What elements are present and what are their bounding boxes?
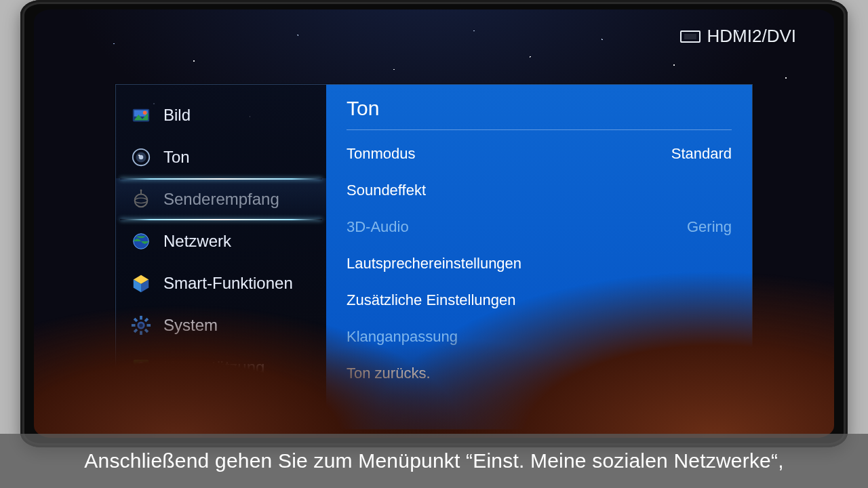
- svg-rect-18: [144, 318, 149, 323]
- sidebar-item-label: Unterstützung: [163, 358, 264, 377]
- sidebar-item-system[interactable]: System: [116, 304, 326, 346]
- panel-title: Ton: [347, 97, 732, 130]
- row-lautsprechereinstellungen[interactable]: Lautsprechereinstellungen: [347, 245, 732, 282]
- svg-rect-17: [146, 324, 151, 327]
- tv-frame: HDMI2/DVI Bild Ton: [20, 0, 848, 447]
- subtitle-bar: Anschließend gehen Sie zum Menüpunkt “Ei…: [0, 434, 868, 488]
- sidebar-item-smart-funktionen[interactable]: Smart-Funktionen: [116, 262, 326, 304]
- svg-rect-14: [140, 316, 142, 320]
- sidebar-item-label: Senderempfang: [163, 190, 279, 209]
- subtitle-text: Anschließend gehen Sie zum Menüpunkt “Ei…: [84, 449, 783, 472]
- settings-panel: Ton Tonmodus Standard Soundeffekt 3D-Aud…: [326, 85, 752, 429]
- row-zusaetzliche-einstellungen[interactable]: Zusätzliche Einstellungen: [347, 282, 732, 319]
- sidebar-item-bild[interactable]: Bild: [116, 94, 326, 136]
- picture-icon: [130, 104, 153, 127]
- row-label: Lautsprechereinstellungen: [347, 255, 521, 272]
- globe-icon: [130, 230, 153, 253]
- row-3d-audio: 3D-Audio Gering: [347, 209, 732, 245]
- svg-point-2: [143, 110, 147, 115]
- antenna-icon: [130, 188, 153, 211]
- tv-screen: HDMI2/DVI Bild Ton: [34, 9, 834, 438]
- svg-rect-15: [140, 331, 142, 335]
- input-source-badge: HDMI2/DVI: [680, 26, 796, 47]
- sidebar-item-senderempfang[interactable]: Senderempfang: [116, 178, 326, 220]
- svg-text:?: ?: [138, 360, 144, 370]
- row-label: Soundeffekt: [347, 182, 426, 199]
- sidebar-item-label: System: [163, 316, 218, 335]
- sidebar-item-label: Smart-Funktionen: [163, 274, 293, 293]
- row-label: Ton zurücks.: [347, 365, 431, 382]
- settings-overlay: Bild Ton Senderempfang: [115, 84, 753, 430]
- svg-rect-19: [134, 329, 138, 333]
- row-label: 3D-Audio: [347, 218, 409, 236]
- cube-icon: [130, 272, 153, 295]
- sidebar-item-label: Netzwerk: [163, 232, 231, 251]
- settings-sidebar: Bild Ton Senderempfang: [116, 85, 326, 429]
- row-tonmodus[interactable]: Tonmodus Standard: [347, 136, 732, 172]
- gear-icon: [130, 314, 153, 337]
- svg-point-10: [140, 189, 142, 191]
- row-label: Zusätzliche Einstellungen: [347, 291, 515, 309]
- help-icon: ?: [130, 356, 153, 379]
- row-klanganpassung: Klanganpassung: [347, 319, 732, 355]
- svg-point-7: [135, 195, 148, 207]
- sidebar-item-label: Ton: [163, 148, 190, 167]
- sidebar-item-unterstuetzung[interactable]: ? Unterstützung: [116, 346, 326, 388]
- svg-rect-21: [144, 329, 149, 333]
- svg-point-8: [135, 198, 148, 203]
- sidebar-item-ton[interactable]: Ton: [116, 136, 326, 178]
- row-value: Standard: [671, 145, 732, 163]
- hdmi-port-icon: [680, 30, 701, 43]
- row-label: Klanganpassung: [347, 328, 458, 346]
- svg-point-22: [139, 323, 143, 327]
- sidebar-item-netzwerk[interactable]: Netzwerk: [116, 220, 326, 262]
- svg-rect-20: [134, 318, 138, 323]
- speaker-icon: [130, 146, 153, 169]
- svg-rect-16: [132, 324, 136, 327]
- svg-point-6: [138, 155, 140, 156]
- row-value: Gering: [687, 218, 732, 236]
- input-source-label: HDMI2/DVI: [707, 26, 796, 47]
- sidebar-item-label: Bild: [163, 106, 191, 125]
- row-soundeffekt[interactable]: Soundeffekt: [347, 172, 732, 209]
- row-label: Tonmodus: [347, 145, 416, 163]
- row-ton-zuruecksetzen[interactable]: Ton zurücks.: [347, 355, 732, 392]
